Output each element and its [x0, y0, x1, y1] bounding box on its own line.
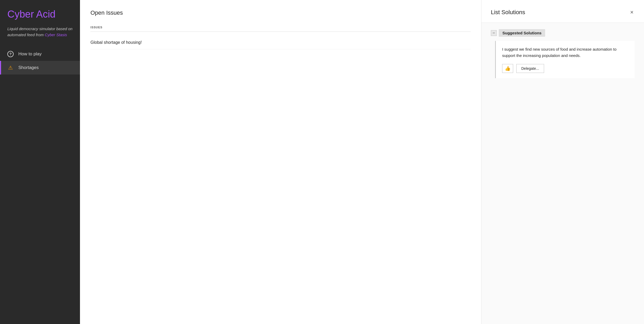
sidebar: Cyber Acid Liquid democracy simulator ba…	[0, 0, 80, 324]
thumbs-up-icon: 👍	[505, 66, 511, 71]
close-button[interactable]: ×	[629, 8, 635, 16]
sidebar-nav: ? How to play ⚠ Shortages	[0, 47, 80, 75]
issues-table-header: ISSUES	[90, 26, 471, 32]
suggested-solutions-label: Suggested Solutions	[499, 29, 545, 37]
issues-panel-title: Open Issues	[90, 9, 471, 16]
solutions-panel: List Solutions × − Suggested Solutions I…	[481, 0, 644, 324]
app-description: Liquid democracy simulator based on auto…	[0, 26, 80, 45]
solutions-panel-title: List Solutions	[491, 9, 525, 16]
solution-card: I suggest we find new sources of food an…	[495, 41, 635, 78]
nav-label-shortages: Shortages	[18, 65, 39, 70]
warning-icon: ⚠	[7, 65, 14, 71]
solutions-header: List Solutions ×	[481, 0, 644, 23]
nav-label-how-to-play: How to play	[18, 51, 42, 57]
circle-question-icon: ?	[7, 51, 14, 57]
main-content: Open Issues ISSUES Global shortage of ho…	[80, 0, 644, 324]
collapse-button[interactable]: −	[491, 30, 497, 36]
sidebar-item-shortages[interactable]: ⚠ Shortages	[0, 61, 80, 75]
cyber-stasis-link[interactable]: Cyber Stasis	[45, 33, 67, 37]
solutions-body: − Suggested Solutions I suggest we find …	[481, 23, 644, 324]
solution-text: I suggest we find new sources of food an…	[502, 46, 628, 59]
delegate-button[interactable]: Delegate...	[516, 64, 544, 73]
issues-panel: Open Issues ISSUES Global shortage of ho…	[80, 0, 481, 324]
vote-button[interactable]: 👍	[502, 64, 513, 73]
app-title: Cyber Acid	[0, 0, 80, 26]
suggested-solutions-header: − Suggested Solutions	[491, 29, 635, 37]
sidebar-item-how-to-play[interactable]: ? How to play	[0, 47, 80, 61]
table-row[interactable]: Global shortage of housing!	[90, 36, 471, 49]
solution-actions: 👍 Delegate...	[502, 64, 628, 73]
